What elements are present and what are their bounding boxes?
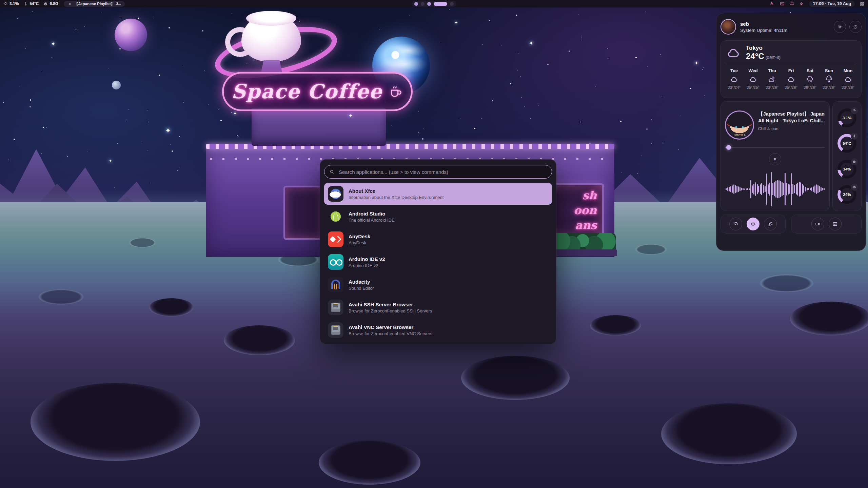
stat-ring: 24% bbox=[837, 185, 856, 204]
workspace-indicator[interactable] bbox=[412, 1, 456, 7]
settings-button[interactable] bbox=[834, 21, 846, 33]
topbar-stat: 54°C bbox=[23, 1, 39, 6]
sign-text: Space Coffee bbox=[232, 80, 382, 103]
tray-icon[interactable] bbox=[770, 1, 775, 6]
tray-icon[interactable] bbox=[789, 1, 795, 6]
search-icon bbox=[329, 169, 335, 175]
clock[interactable]: 17:09 - Tue, 19 Aug bbox=[809, 1, 855, 7]
app-text: AnyDesk AnyDesk bbox=[349, 233, 370, 245]
forecast-day-name: Fri bbox=[788, 68, 794, 73]
stat-icon bbox=[23, 2, 28, 6]
star-sparkle: ✦ bbox=[233, 111, 237, 116]
small-moon bbox=[112, 81, 121, 89]
ring-badge bbox=[851, 107, 858, 114]
star-sparkle: ✦ bbox=[454, 20, 458, 25]
app-name: Android Studio bbox=[349, 211, 395, 217]
divider bbox=[726, 65, 856, 65]
tray-icon[interactable] bbox=[799, 1, 805, 6]
forecast-temps: 35°/25° bbox=[747, 85, 760, 89]
forecast-day: Tue 33°/24° bbox=[726, 68, 742, 89]
ring-badge bbox=[851, 184, 858, 191]
pause-button[interactable] bbox=[769, 153, 781, 165]
app-text: Arduino IDE v2 Arduino IDE v2 bbox=[349, 256, 385, 268]
system-stats-group: 3.1% 54°C 6.8G bbox=[3, 1, 58, 6]
crater bbox=[319, 441, 420, 485]
ring-icon bbox=[852, 185, 856, 189]
workspace-dot[interactable] bbox=[434, 2, 447, 6]
crater bbox=[790, 302, 868, 336]
pause-icon bbox=[67, 2, 72, 6]
app-name: Avahi SSH Server Browser bbox=[349, 302, 432, 307]
forecast-day-name: Sat bbox=[807, 68, 813, 73]
now-playing-text: 【Japanese Playlist】 J... bbox=[74, 1, 121, 6]
power-button[interactable] bbox=[849, 21, 862, 33]
app-name: Audacity bbox=[349, 279, 374, 285]
neon-cup-icon bbox=[388, 84, 403, 99]
forecast-weather-icon bbox=[749, 75, 757, 84]
search-input[interactable] bbox=[338, 169, 550, 175]
avatar[interactable] bbox=[721, 19, 736, 35]
app-icon bbox=[328, 300, 343, 315]
crater bbox=[661, 403, 797, 464]
weather-forecast: Tue 33°/24° Wed 35°/25° Thu 33°/26° bbox=[726, 68, 856, 89]
quick-action-icon bbox=[768, 221, 773, 227]
app-list-item[interactable]: AnyDesk AnyDesk bbox=[324, 228, 552, 250]
user-meta: seb System Uptime: 4h11m bbox=[740, 21, 787, 33]
crater bbox=[224, 325, 295, 355]
search-box[interactable] bbox=[324, 165, 552, 179]
forecast-temps: 33°/26° bbox=[842, 85, 854, 89]
quick-action-button[interactable] bbox=[829, 218, 842, 230]
forecast-temps: 33°/26° bbox=[766, 85, 778, 89]
app-list-item[interactable]: Arduino IDE v2 Arduino IDE v2 bbox=[324, 251, 552, 273]
now-playing-pill[interactable]: 【Japanese Playlist】 J... bbox=[64, 1, 125, 7]
quick-action-button[interactable] bbox=[747, 218, 760, 230]
workspace-dot[interactable] bbox=[427, 2, 431, 6]
seek-knob[interactable] bbox=[726, 145, 731, 150]
app-list-item[interactable]: About Xfce Information about the Xfce De… bbox=[324, 183, 552, 205]
forecast-day-name: Thu bbox=[768, 68, 776, 73]
workspace-dot[interactable] bbox=[414, 2, 418, 6]
username: seb bbox=[740, 21, 787, 27]
track-meta: 【Japanese Playlist】 Japan All Night - To… bbox=[758, 110, 825, 140]
audio-waveform bbox=[725, 171, 825, 207]
widget-panel: seb System Uptime: 4h11m Tokyo 24°C (GMT… bbox=[716, 13, 866, 251]
quick-action-button[interactable] bbox=[764, 218, 777, 230]
system-uptime: System Uptime: 4h11m bbox=[740, 28, 787, 33]
top-panel: 3.1% 54°C 6.8G 【Japanese Playlist】 J... … bbox=[0, 0, 868, 7]
forecast-temps: 36°/26° bbox=[804, 85, 816, 89]
tray-icon[interactable] bbox=[780, 1, 785, 6]
ring-icon bbox=[852, 109, 856, 113]
app-description: Sound Editor bbox=[349, 286, 374, 291]
seek-track bbox=[726, 147, 825, 148]
forecast-weather-icon bbox=[787, 75, 795, 84]
album-art[interactable]: TOKYO L bbox=[725, 110, 754, 140]
app-list-item[interactable]: Avahi VNC Server Browser Browse for Zero… bbox=[324, 319, 552, 341]
seek-bar[interactable] bbox=[725, 145, 825, 150]
workspace-dot[interactable] bbox=[450, 2, 454, 6]
app-text: Avahi SSH Server Browser Browse for Zero… bbox=[349, 302, 432, 313]
app-text: Avahi VNC Server Browser Browse for Zero… bbox=[349, 324, 432, 336]
forecast-day-name: Sun bbox=[825, 68, 833, 73]
app-list: About Xfce Information about the Xfce De… bbox=[324, 183, 552, 341]
forecast-day: Sun 33°/26° bbox=[821, 68, 837, 89]
power-icon bbox=[853, 24, 858, 29]
gear-icon bbox=[837, 24, 843, 29]
weather-current: Tokyo 24°C (GMT+9) bbox=[726, 45, 856, 61]
app-list-item[interactable]: Avahi SSH Server Browser Browse for Zero… bbox=[324, 297, 552, 318]
player-header: TOKYO L 【Japanese Playlist】 Japan All Ni… bbox=[725, 110, 825, 140]
topbar-right-group: 17:09 - Tue, 19 Aug bbox=[770, 1, 865, 7]
app-list-item[interactable]: Audacity Sound Editor bbox=[324, 274, 552, 296]
app-description: AnyDesk bbox=[349, 240, 370, 245]
app-list-item[interactable]: Android Studio The official Android IDE bbox=[324, 206, 552, 227]
quick-action-button[interactable] bbox=[729, 218, 742, 230]
app-description: Browse for Zeroconf-enabled VNC Servers bbox=[349, 331, 432, 336]
forecast-day: Sat 36°/26° bbox=[802, 68, 818, 89]
user-section: seb System Uptime: 4h11m bbox=[721, 17, 862, 36]
workspace-dot[interactable] bbox=[421, 2, 425, 6]
app-text: About Xfce Information about the Xfce De… bbox=[349, 188, 443, 200]
forecast-weather-icon bbox=[730, 75, 738, 84]
quick-action-button[interactable] bbox=[811, 218, 824, 230]
dashboard-grid-icon[interactable] bbox=[859, 1, 865, 6]
quick-action-icon bbox=[832, 221, 838, 227]
topbar-stat: 6.8G bbox=[43, 1, 58, 6]
